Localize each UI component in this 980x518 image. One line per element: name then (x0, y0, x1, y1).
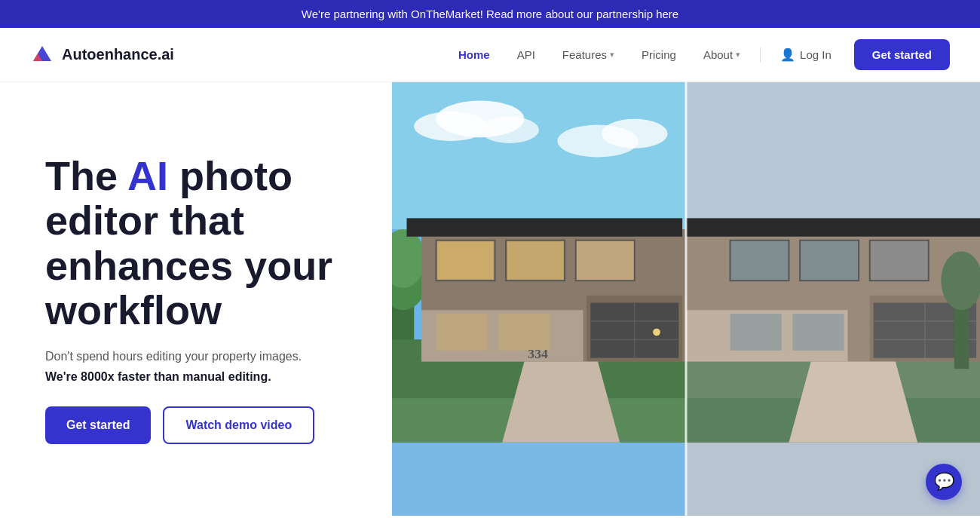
header: Autoenhance.ai Home API Features ▾ Prici… (0, 28, 980, 82)
svg-rect-31 (507, 242, 563, 280)
logo-text: Autoenhance.ai (62, 46, 174, 63)
svg-point-6 (480, 117, 539, 143)
svg-rect-40 (686, 218, 980, 236)
svg-rect-43 (870, 241, 929, 281)
hero-title: The AI photo editor that enhances your w… (45, 154, 362, 333)
svg-rect-28 (436, 314, 488, 351)
features-chevron-icon: ▾ (610, 50, 614, 60)
svg-rect-42 (800, 241, 859, 281)
svg-rect-30 (437, 242, 493, 280)
hero-watch-demo-button[interactable]: Watch demo video (163, 406, 314, 444)
svg-rect-54 (792, 314, 844, 351)
hero-image: 334 (392, 82, 980, 516)
nav-home[interactable]: Home (448, 42, 501, 67)
house-image-left: 334 (392, 82, 686, 516)
nav-pricing[interactable]: Pricing (631, 42, 687, 67)
user-icon: 👤 (780, 48, 795, 62)
logo[interactable]: Autoenhance.ai (30, 43, 174, 67)
svg-point-8 (602, 119, 668, 149)
nav: Home API Features ▾ Pricing About ▾ 👤 Lo… (448, 39, 950, 70)
hero-subtitle: Don't spend hours editing your property … (45, 348, 362, 366)
nav-divider (760, 48, 761, 63)
chat-icon: 💬 (934, 472, 954, 492)
svg-rect-3 (392, 82, 686, 229)
announcement-bar[interactable]: We're partnering with OnTheMarket! Read … (0, 0, 980, 28)
announcement-text: We're partnering with OnTheMarket! Read … (302, 8, 678, 20)
svg-rect-18 (576, 241, 635, 281)
house-left-svg: 334 (392, 82, 686, 443)
nav-api[interactable]: API (507, 42, 546, 67)
svg-text:334: 334 (528, 346, 548, 361)
chat-bubble[interactable]: 💬 (926, 464, 962, 500)
header-get-started-button[interactable]: Get started (854, 39, 950, 70)
svg-point-32 (653, 329, 660, 336)
nav-login[interactable]: 👤 Log In (770, 41, 842, 68)
image-divider (685, 82, 688, 516)
svg-marker-55 (789, 362, 918, 443)
hero-content: The AI photo editor that enhances your w… (0, 82, 392, 516)
hero-buttons: Get started Watch demo video (45, 406, 362, 444)
hero-section: The AI photo editor that enhances your w… (0, 82, 980, 516)
logo-icon (30, 43, 54, 67)
house-image-right (686, 82, 980, 516)
house-right-svg (686, 82, 980, 443)
svg-rect-15 (407, 218, 683, 236)
nav-about[interactable]: About ▾ (693, 42, 751, 67)
hero-get-started-button[interactable]: Get started (45, 406, 151, 444)
hero-subtitle-bold: We're 8000x faster than manual editing. (45, 370, 362, 384)
svg-rect-53 (730, 314, 782, 351)
house-image-container: 334 (392, 82, 980, 516)
nav-features[interactable]: Features ▾ (552, 42, 625, 67)
svg-rect-29 (498, 314, 550, 351)
about-chevron-icon: ▾ (736, 50, 740, 60)
svg-rect-41 (730, 241, 789, 281)
